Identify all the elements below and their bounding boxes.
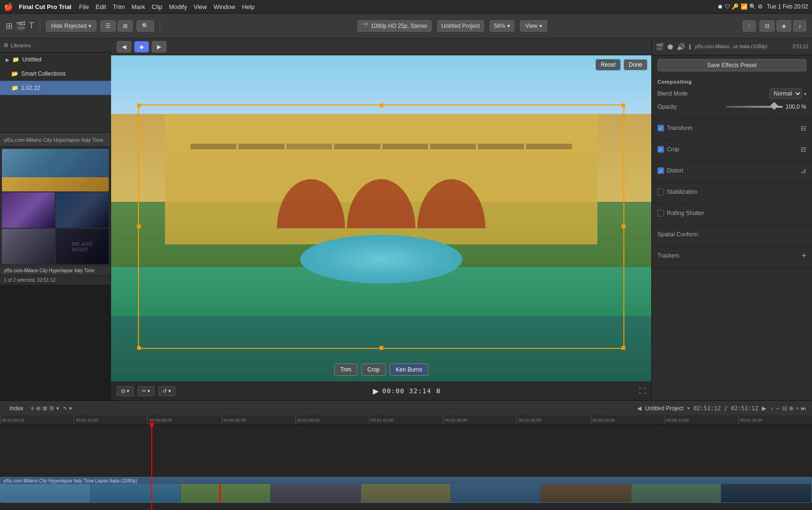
sidebar-item-smart-collections[interactable]: 📂 Smart Collections: [0, 67, 111, 81]
menu-clip[interactable]: Clip: [152, 3, 162, 10]
hide-rejected-btn[interactable]: Hide Rejected ▾: [46, 20, 96, 32]
inspector-tab-video[interactable]: 🎬: [656, 43, 664, 51]
view-btn[interactable]: View ▾: [520, 20, 547, 32]
timeline-end-btn[interactable]: ⏭: [801, 405, 806, 412]
crop-checkbox[interactable]: ✓: [657, 146, 664, 153]
effects-toggle-btn[interactable]: ◈: [777, 20, 791, 32]
select-tool-btn[interactable]: ↖ ▾: [63, 405, 72, 412]
tools-btn[interactable]: ✂ ▾: [138, 386, 155, 396]
nav-prev-btn[interactable]: ◀: [637, 405, 641, 412]
rolling-shutter-checkbox[interactable]: [657, 210, 664, 216]
menu-file[interactable]: File: [79, 3, 89, 10]
timeline-snapping-btn[interactable]: ⊕: [789, 405, 794, 412]
reset-btn[interactable]: Reset: [596, 59, 621, 70]
menu-trim[interactable]: Trim: [113, 3, 125, 10]
crop-btn[interactable]: Crop: [361, 363, 386, 376]
audio-toggle-btn[interactable]: ♪: [793, 20, 806, 32]
ruler-mark-0: 00:00:00:00: [0, 415, 74, 425]
trackers-add-btn[interactable]: +: [801, 251, 806, 260]
transform-checkbox[interactable]: ✓: [657, 125, 664, 131]
stabilization-checkbox[interactable]: [657, 189, 664, 195]
search-btn[interactable]: 🔍: [137, 20, 154, 32]
clip-thumb-3: [181, 484, 271, 503]
menu-window[interactable]: Window: [214, 3, 235, 10]
menu-edit[interactable]: Edit: [95, 3, 106, 10]
ken-burns-btn[interactable]: Ken Burns: [389, 363, 428, 376]
timeline-zoom-btn[interactable]: ↔: [775, 405, 780, 412]
ruler-mark-6: 00:01:30:00: [443, 415, 517, 425]
sidebar-item-untitled[interactable]: ▶ 📁 Untitled: [0, 52, 111, 67]
clip-thumb-5: [361, 484, 451, 503]
ruler-mark-3: 00:00:45:00: [222, 415, 295, 425]
fullscreen-btn[interactable]: ⛶: [639, 387, 646, 395]
index-btn[interactable]: Index: [6, 404, 27, 413]
toolbar-sep-1: [40, 20, 40, 32]
toolbar-sep-2: [160, 20, 160, 32]
timeline-scrub-btn[interactable]: ≈: [795, 405, 799, 412]
opacity-slider[interactable]: [726, 106, 783, 108]
save-effects-preset-btn[interactable]: Save Effects Preset: [657, 59, 806, 71]
sidebar-item-label-untitled: Untitled: [22, 56, 42, 63]
transform-expand-btn[interactable]: ⊟: [801, 124, 806, 132]
sidebar: ⊞ Libraries ▶ 📁 Untitled 📂 Smart Collect…: [0, 38, 111, 133]
media-thumb-full[interactable]: [2, 149, 109, 191]
opacity-handle[interactable]: [770, 102, 778, 110]
menu-modify[interactable]: Modify: [169, 3, 187, 10]
inspector-tab-audio[interactable]: 🔊: [677, 43, 685, 51]
timeline-settings-btn[interactable]: ⚙ ▾: [49, 405, 59, 412]
grid-view-btn[interactable]: ⊞: [118, 20, 133, 32]
preview-top-right: Reset Done: [596, 59, 648, 70]
menu-help[interactable]: Help: [242, 3, 255, 10]
sidebar-item-date[interactable]: 📁 1.02.22: [0, 81, 111, 95]
content-area: ⊞ Libraries ▶ 📁 Untitled 📂 Smart Collect…: [0, 38, 812, 400]
zoom-selector[interactable]: 58% ▾: [490, 20, 514, 32]
done-btn[interactable]: Done: [623, 59, 648, 70]
zoom-label: 58%: [494, 23, 505, 29]
stabilization-section: Stabilization: [652, 183, 812, 204]
crop-mode-btn[interactable]: ◆: [134, 41, 149, 52]
transform-btn[interactable]: ↺ ▾: [158, 386, 175, 396]
distort-checkbox[interactable]: ✓: [657, 167, 664, 174]
media-thumb-1[interactable]: [2, 192, 55, 228]
trim-btn[interactable]: Trim: [334, 363, 358, 376]
distort-expand-btn[interactable]: ⊿: [801, 167, 806, 174]
transport-right: ⛶: [639, 387, 646, 395]
format-selector[interactable]: 🎬 1080p HD 25p, Stereo: [357, 20, 431, 32]
distort-left: ✓ Distort: [657, 167, 683, 174]
media-thumb-3[interactable]: [2, 229, 55, 264]
timeline-timecode: 02:51:12 / 02:51:12: [693, 405, 758, 412]
share-btn[interactable]: ↑: [743, 20, 756, 32]
timeline-skimming-btn[interactable]: ⊟: [782, 405, 787, 412]
ruler-marks: 00:00:00:00 00:00:15:00 00:00:30:00 00:0…: [0, 415, 812, 425]
timeline-zoom-fit-btn[interactable]: ⊠: [43, 405, 47, 412]
play-btn[interactable]: ▶: [373, 387, 379, 396]
timecode-display: 00:00 32:14: [382, 387, 432, 395]
list-view-btn[interactable]: ☰: [100, 20, 116, 32]
apple-menu[interactable]: 🍎: [4, 2, 13, 11]
stabilization-label: Stabilization: [667, 189, 698, 195]
nav-next-btn[interactable]: ▶: [762, 405, 766, 412]
timeline-audio-btn[interactable]: ⊕: [36, 405, 41, 412]
timeline-playhead[interactable]: [151, 425, 152, 510]
prev-frame-btn[interactable]: ◀: [117, 41, 131, 52]
bottom-bar: Index ≡ ⊕ ⊠ ⚙ ▾ ↖ ▾ ◀ Untitled Project ▾…: [0, 400, 812, 415]
inspector-toggle-btn[interactable]: ⊟: [760, 20, 775, 32]
timeline-clip-appearance-btn[interactable]: ≡: [31, 405, 34, 412]
audio-waveform-btn[interactable]: ♪: [770, 405, 773, 412]
project-selector[interactable]: Untitled Project: [437, 20, 484, 32]
mute-btn[interactable]: ⏸: [435, 387, 441, 395]
next-frame-btn[interactable]: ▶: [152, 41, 166, 52]
menu-mark[interactable]: Mark: [131, 3, 145, 10]
folder-icon-smart: 📂: [11, 70, 18, 77]
blend-mode-select[interactable]: Normal: [769, 88, 802, 99]
media-thumb-4[interactable]: MILANONIGHT: [56, 229, 109, 264]
transform-section: ✓ Transform ⊟: [652, 119, 812, 140]
timeline-clip[interactable]: yt5s.com-Milano City Hyperlapse Italy Ti…: [0, 477, 812, 503]
crop-expand-btn[interactable]: ⊟: [801, 146, 806, 153]
media-thumb-2[interactable]: [56, 192, 109, 228]
layout-btn[interactable]: ⊟ ▾: [117, 386, 134, 396]
inspector-tab-info[interactable]: ℹ: [689, 43, 691, 51]
inspector-tab-filter[interactable]: ⬟: [667, 43, 673, 51]
menu-view[interactable]: View: [194, 3, 207, 10]
folder-icon-date: 📁: [11, 85, 18, 91]
